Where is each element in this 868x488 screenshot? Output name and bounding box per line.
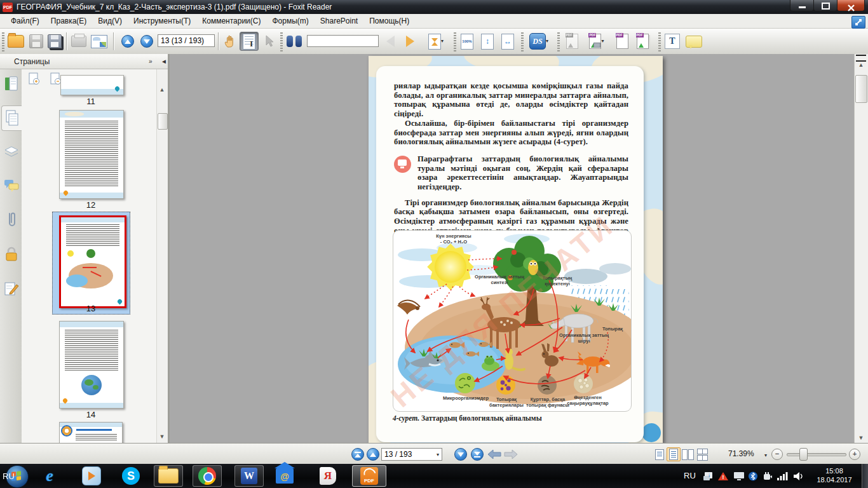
document-scrollbar[interactable]	[854, 54, 868, 443]
toolbar-grip[interactable]	[557, 31, 560, 51]
previous-view-nav-button[interactable]	[487, 447, 502, 461]
convert-from-scanner-button[interactable]: PDF ▾	[583, 32, 610, 51]
continuous-view-button[interactable]	[667, 447, 681, 461]
pdf-page[interactable]: риялар ыдыратқан кезде қосымша көмірқішқ…	[369, 56, 663, 443]
continuous-facing-view-button[interactable]	[695, 447, 709, 461]
document-scroll-down[interactable]: ▼	[855, 435, 867, 441]
zoom-dropdown[interactable]: ▾	[761, 449, 770, 461]
signature-panel-button[interactable]	[1, 276, 22, 301]
taskbar-media-player[interactable]	[81, 466, 102, 485]
tray-network-icon[interactable]	[776, 471, 789, 484]
menu-comments[interactable]: Комментарии(C)	[196, 15, 266, 27]
open-button[interactable]	[6, 32, 25, 51]
taskbar-internet-explorer[interactable]: e	[39, 466, 60, 485]
document-view[interactable]: риялар ыдыратқан кезде қосымша көмірқішқ…	[170, 54, 854, 443]
thumbnail-label-14[interactable]: 14	[59, 410, 123, 419]
taskbar-word[interactable]: W	[234, 465, 264, 487]
tray-warning-icon[interactable]: !	[717, 471, 729, 484]
dropdown-caret[interactable]: ▾	[601, 39, 604, 44]
enlarge-thumbnails-button[interactable]	[27, 71, 42, 86]
save-as-button[interactable]	[45, 32, 64, 51]
page-transition-button[interactable]: ▾	[423, 32, 449, 51]
taskbar-yandex[interactable]: Я	[318, 466, 338, 485]
sidebar-collapse-button[interactable]: ◄	[161, 58, 167, 65]
thumbnail-label-13[interactable]: 13	[59, 304, 123, 313]
tray-power-icon[interactable]	[762, 471, 773, 484]
facing-view-button[interactable]	[681, 447, 695, 461]
taskbar-chrome[interactable]	[193, 465, 222, 487]
note-comment-button[interactable]	[684, 32, 703, 51]
page-thumbnail-11[interactable]	[60, 75, 124, 95]
document-scroll-up[interactable]: ▲	[855, 62, 867, 68]
tray-info-icon[interactable]: i	[703, 471, 714, 484]
dropdown-caret[interactable]: ▾	[546, 39, 548, 44]
scrollbar-split-handle[interactable]	[856, 55, 866, 62]
document-scroll-thumb[interactable]	[855, 75, 867, 103]
toolbar-grip[interactable]	[658, 31, 661, 51]
language-indicator[interactable]: RU	[684, 471, 696, 480]
taskbar-skype[interactable]: S	[121, 466, 141, 485]
sidebar-scroll-down[interactable]: ▼	[158, 433, 166, 440]
zoom-slider-thumb[interactable]	[799, 448, 808, 461]
page-thumbnail-14[interactable]	[59, 321, 124, 409]
combine-pdf-button[interactable]: PDF	[633, 32, 652, 51]
previous-view-button[interactable]	[381, 32, 400, 51]
minimize-button[interactable]	[790, 0, 814, 11]
menu-edit[interactable]: Правка(E)	[45, 15, 93, 27]
sidebar-scroll-thumb[interactable]	[158, 113, 168, 130]
next-view-button[interactable]	[400, 32, 419, 51]
previous-page-nav-button[interactable]	[366, 447, 380, 461]
page-number-input[interactable]	[158, 34, 215, 47]
fit-page-button[interactable]: ↕	[478, 32, 497, 51]
thumbnail-label-11[interactable]: 11	[59, 97, 123, 106]
ds-plugin-button[interactable]: DS ▾	[526, 32, 552, 51]
next-page-nav-button[interactable]	[454, 447, 468, 461]
previous-page-button[interactable]	[118, 32, 137, 51]
pages-panel-button[interactable]	[1, 105, 22, 131]
toolbar-grip[interactable]	[280, 31, 283, 51]
toolbar-grip[interactable]	[521, 31, 524, 51]
zoom-slider-track[interactable]	[787, 453, 846, 456]
print-button[interactable]	[69, 32, 88, 51]
zoom-in-button[interactable]: +	[849, 449, 860, 460]
page-thumbnail-12[interactable]	[59, 110, 124, 199]
layers-panel-button[interactable]	[1, 140, 22, 165]
search-input[interactable]	[307, 35, 379, 47]
menu-file[interactable]: Файл(F)	[5, 15, 45, 27]
menu-forms[interactable]: Формы(m)	[266, 15, 314, 27]
convert-from-file-button[interactable]: PDF	[562, 32, 581, 51]
status-page-dropdown[interactable]: ▾	[433, 448, 442, 461]
first-page-button[interactable]	[351, 447, 365, 461]
taskbar-foxit-reader[interactable]: PDF	[352, 465, 386, 487]
typewriter-tool-button[interactable]: T	[663, 32, 682, 51]
fit-width-button[interactable]: ↔	[498, 32, 517, 51]
single-page-view-button[interactable]	[653, 447, 667, 461]
fullscreen-button[interactable]	[851, 16, 865, 29]
taskbar-mailru[interactable]: @	[275, 466, 295, 485]
menu-tools[interactable]: Инструменты(T)	[128, 15, 196, 27]
toolbar-grip[interactable]	[454, 31, 456, 51]
taskbar-explorer[interactable]	[154, 465, 183, 487]
toolbar-grip[interactable]	[2, 31, 4, 51]
sidebar-scroll-up[interactable]: ▲	[158, 86, 166, 93]
bookmarks-panel-button[interactable]	[1, 71, 22, 97]
hand-tool-button[interactable]	[220, 32, 240, 51]
language-indicator[interactable]: RU	[3, 471, 15, 481]
close-button[interactable]	[837, 0, 865, 11]
clock[interactable]: 15:08 18.04.2017	[812, 466, 857, 484]
comments-panel-button[interactable]	[1, 173, 22, 198]
menu-view[interactable]: Вид(V)	[92, 15, 128, 27]
security-panel-button[interactable]	[1, 241, 22, 267]
select-annotation-button[interactable]	[259, 32, 278, 51]
save-button[interactable]	[27, 32, 46, 51]
last-page-button[interactable]	[470, 447, 484, 461]
tray-bluetooth-icon[interactable]	[749, 471, 757, 484]
actual-size-button[interactable]: 100%	[458, 32, 477, 51]
menu-sharepoint[interactable]: SharePoint	[315, 15, 363, 27]
blank-pdf-button[interactable]: PDF	[613, 32, 632, 51]
tray-display-icon[interactable]	[733, 471, 745, 484]
thumbnail-label-12[interactable]: 12	[59, 200, 123, 210]
find-button[interactable]	[285, 32, 304, 51]
attachments-panel-button[interactable]	[1, 207, 22, 233]
next-page-button[interactable]	[137, 32, 156, 51]
